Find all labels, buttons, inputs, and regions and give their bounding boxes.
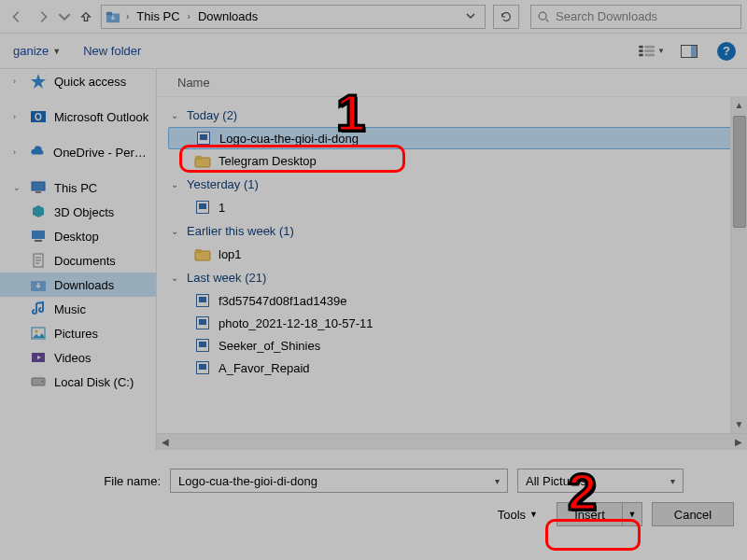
folder-icon: [194, 245, 211, 262]
column-header-name[interactable]: Name: [157, 69, 747, 97]
nav-item-disk[interactable]: Local Disk (C:): [0, 370, 156, 394]
scroll-up-icon[interactable]: ▲: [731, 97, 747, 114]
file-group-header[interactable]: ⌄Last week (21): [168, 265, 747, 289]
help-button[interactable]: ?: [713, 40, 740, 63]
file-name: lop1: [218, 247, 242, 261]
file-group-header[interactable]: ⌄Earlier this week (1): [168, 218, 747, 243]
file-item[interactable]: 1: [168, 196, 747, 218]
onedrive-icon: [30, 144, 46, 161]
vertical-scrollbar[interactable]: ▲ ▼: [730, 97, 747, 433]
up-button[interactable]: [75, 6, 97, 28]
expand-glyph[interactable]: ⌄: [13, 183, 22, 192]
group-title: Yesterday (1): [187, 177, 259, 191]
file-item[interactable]: lop1: [168, 243, 747, 265]
nav-item-outlook[interactable]: ›OMicrosoft Outlook: [0, 105, 156, 129]
command-bar: ganize ▼ New folder ▼ ?: [0, 34, 747, 69]
file-group-header[interactable]: ⌄Yesterday (1): [168, 172, 747, 196]
expand-glyph[interactable]: ›: [13, 112, 22, 121]
nav-item-onedrive[interactable]: ›OneDrive - Person: [0, 140, 156, 164]
image-icon: [194, 199, 211, 216]
file-list[interactable]: ⌄Today (2)Logo-cua-the-gioi-di-dongTeleg…: [157, 97, 747, 433]
group-title: Earlier this week (1): [187, 224, 294, 238]
file-item[interactable]: A_Favor_Repaid: [168, 357, 747, 379]
breadcrumb[interactable]: › This PC › Downloads: [101, 5, 486, 29]
expand-glyph[interactable]: ›: [13, 77, 22, 86]
nav-item-thispc[interactable]: ⌄This PC: [0, 175, 156, 200]
file-group-header[interactable]: ⌄Today (2): [168, 103, 747, 127]
nav-label: OneDrive - Person: [53, 146, 150, 160]
image-icon: [194, 337, 211, 354]
file-item[interactable]: Logo-cua-the-gioi-di-dong: [168, 127, 747, 149]
image-icon: [194, 315, 211, 331]
scroll-right-icon[interactable]: ▶: [730, 437, 747, 447]
horizontal-scrollbar[interactable]: ◀ ▶: [157, 433, 747, 450]
file-name: 1: [218, 201, 225, 215]
back-button[interactable]: [6, 6, 28, 28]
svg-rect-37: [199, 342, 206, 347]
address-bar: › This PC › Downloads Search Downloads: [0, 0, 747, 34]
file-name: Seeker_of_Shinies: [218, 339, 320, 353]
insert-button[interactable]: Insert: [557, 502, 622, 526]
thispc-icon: [30, 179, 47, 196]
main-area: ›Quick access›OMicrosoft Outlook›OneDriv…: [0, 69, 747, 450]
help-icon: ?: [717, 42, 736, 61]
nav-item-documents[interactable]: Documents: [0, 248, 156, 273]
nav-item-pictures[interactable]: Pictures: [0, 321, 156, 345]
svg-rect-14: [35, 191, 41, 193]
nav-label: 3D Objects: [54, 205, 114, 219]
insert-dropdown[interactable]: ▼: [622, 502, 642, 526]
nav-label: Documents: [54, 254, 116, 268]
nav-label: Local Disk (C:): [54, 375, 134, 389]
nav-item-desktop[interactable]: Desktop: [0, 224, 156, 248]
organize-menu[interactable]: ganize ▼: [7, 40, 66, 62]
file-item[interactable]: Seeker_of_Shinies: [168, 334, 747, 357]
nav-label: Quick access: [54, 75, 126, 89]
nav-item-downloads[interactable]: Downloads: [0, 273, 156, 297]
group-title: Today (2): [187, 108, 237, 122]
chevron-right-icon: ›: [124, 11, 131, 21]
nav-item-videos[interactable]: Videos: [0, 345, 156, 370]
search-input[interactable]: Search Downloads: [530, 5, 741, 29]
svg-rect-29: [199, 203, 206, 209]
file-name: Telegram Desktop: [218, 154, 317, 168]
insert-split-button[interactable]: Insert ▼: [557, 502, 642, 526]
filename-input[interactable]: Logo-cua-the-gioi-di-dong ▾: [170, 469, 508, 493]
svg-rect-1: [106, 11, 112, 15]
file-name: f3d57547d08f1ad1439e: [218, 294, 346, 308]
recent-dropdown[interactable]: [58, 6, 71, 28]
chevron-down-icon[interactable]: ▾: [665, 476, 675, 486]
forward-button[interactable]: [32, 6, 54, 28]
svg-rect-6: [644, 45, 655, 48]
file-item[interactable]: Telegram Desktop: [168, 149, 747, 172]
breadcrumb-root[interactable]: This PC: [134, 9, 181, 23]
chevron-down-icon[interactable]: ▾: [489, 476, 500, 486]
nav-item-music[interactable]: Music: [0, 297, 156, 321]
file-item[interactable]: f3d57547d08f1ad1439e: [168, 289, 747, 312]
nav-item-quick[interactable]: ›Quick access: [0, 69, 156, 93]
file-item[interactable]: photo_2021-12-18_10-57-11: [168, 312, 747, 334]
breadcrumb-folder[interactable]: Downloads: [196, 9, 260, 23]
new-folder-button[interactable]: New folder: [78, 40, 147, 62]
nav-item-3d[interactable]: 3D Objects: [0, 200, 156, 224]
tools-menu[interactable]: Tools ▼: [498, 508, 538, 522]
address-dropdown-icon[interactable]: [460, 11, 481, 22]
refresh-button[interactable]: [493, 5, 519, 29]
cancel-button[interactable]: Cancel: [652, 502, 734, 526]
svg-text:O: O: [35, 112, 42, 122]
svg-rect-5: [639, 53, 642, 56]
preview-pane-button[interactable]: [676, 40, 702, 63]
scroll-down-icon[interactable]: ▼: [731, 416, 747, 433]
quick-icon: [30, 73, 47, 90]
file-filter-combo[interactable]: All Pictures ▾: [517, 469, 684, 493]
folder-icon: [194, 152, 211, 169]
outlook-icon: O: [30, 108, 47, 125]
search-icon: [537, 10, 550, 23]
scroll-thumb[interactable]: [733, 116, 746, 228]
nav-label: Pictures: [54, 327, 98, 341]
view-layout-button[interactable]: ▼: [639, 40, 665, 63]
svg-rect-25: [200, 134, 207, 140]
nav-label: Downloads: [54, 278, 114, 292]
expand-glyph[interactable]: ›: [13, 147, 22, 157]
videos-icon: [30, 349, 47, 366]
scroll-left-icon[interactable]: ◀: [157, 437, 174, 447]
